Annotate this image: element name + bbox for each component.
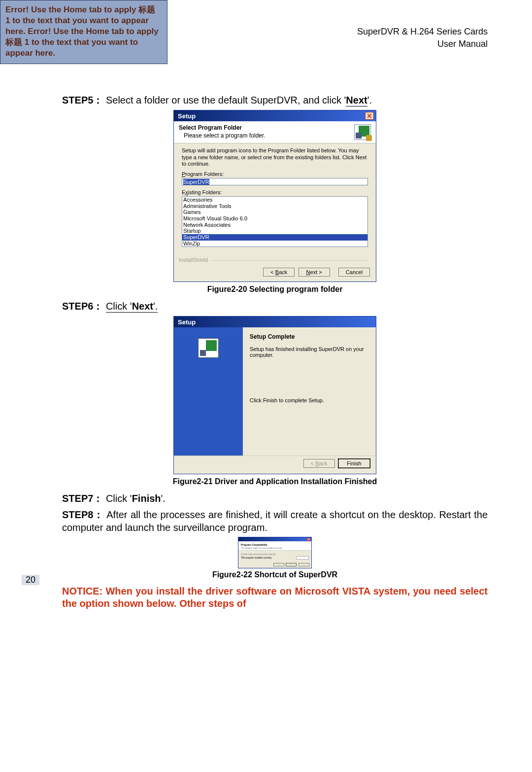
step7-finish: Finish bbox=[132, 493, 161, 504]
setup-folder-dialog: Setup ✕ Select Program Folder Please sel… bbox=[173, 110, 376, 282]
dialog2-title: Setup bbox=[178, 318, 196, 326]
list-item[interactable]: WinZip bbox=[182, 241, 367, 247]
step8-text: After all the processes are finished, it… bbox=[62, 509, 488, 533]
next-button[interactable]: Next > bbox=[299, 268, 330, 277]
step8-label: STEP8： bbox=[62, 509, 104, 520]
dialog1-header-sub: Please select a program folder. bbox=[179, 132, 265, 139]
dialog1-instruction: Setup will add program icons to the Prog… bbox=[182, 147, 368, 167]
dialog3-btn3[interactable]: ··· bbox=[299, 563, 309, 566]
step6-line: STEP6： Click 'Next'. bbox=[62, 300, 488, 313]
dialog3-sub: This program might not have installed co… bbox=[241, 547, 309, 549]
list-item-selected[interactable]: SuperDVR bbox=[182, 234, 367, 241]
dialog2-sidebar bbox=[174, 327, 243, 456]
dialog3-title: Program Compatibility bbox=[241, 543, 309, 546]
setup-complete-header: Setup Complete bbox=[250, 333, 369, 340]
error-callout-text: Error! Use the Home tab to apply 标题 1 to… bbox=[5, 4, 162, 59]
step5-text-before: Select a folder or use the default Super… bbox=[106, 95, 346, 105]
dialog3-select[interactable] bbox=[296, 556, 309, 560]
list-item[interactable]: Startup bbox=[182, 228, 367, 234]
doc-header: SuperDVR & H.264 Series Cards User Manua… bbox=[167, 0, 532, 64]
step7-label: STEP7： bbox=[62, 493, 103, 504]
product-line-1: SuperDVR & H.264 Series Cards bbox=[167, 27, 488, 37]
dialog3-option1: Install using recommended settings bbox=[241, 553, 309, 556]
page-number: 20 bbox=[22, 575, 39, 585]
dialog3-btn2[interactable]: ··· bbox=[286, 563, 297, 566]
list-item[interactable]: Accessories bbox=[182, 197, 367, 203]
dialog3-titlebar: ✕ bbox=[238, 537, 311, 541]
figure-caption-21: Figure2-21 Driver and Application Instal… bbox=[62, 477, 488, 486]
dialog2-button-row: < Back Finish bbox=[174, 456, 376, 474]
dialog3-option2: This program installed correctly bbox=[241, 557, 272, 559]
installer-icon bbox=[354, 124, 371, 140]
list-item[interactable]: Games bbox=[182, 209, 367, 215]
step5-next: Next bbox=[346, 95, 367, 105]
step7-text-after: '. bbox=[161, 493, 166, 504]
close-icon[interactable]: ✕ bbox=[307, 538, 310, 541]
shortcut-dialog: ✕ Program Compatibility This program mig… bbox=[238, 537, 312, 568]
step5-text-after: '. bbox=[367, 95, 372, 105]
existing-folders-label: Existing Folders: bbox=[182, 189, 368, 195]
existing-folders-list[interactable]: Accessories Administrative Tools Games M… bbox=[182, 196, 368, 247]
program-folders-label: PProgram Folders:rogram Folders: bbox=[182, 171, 368, 177]
dialog1-button-row: < Back Next > Cancel bbox=[174, 266, 376, 281]
dialog1-title: Setup bbox=[178, 112, 196, 120]
dialog3-btn1[interactable]: ··· bbox=[273, 563, 284, 566]
step5-label: STEP5： bbox=[62, 95, 103, 105]
close-icon[interactable]: ✕ bbox=[365, 112, 374, 120]
list-item[interactable]: Network Associates bbox=[182, 222, 367, 228]
dialog1-header: Select Program Folder Please select a pr… bbox=[174, 121, 376, 143]
product-line-2: User Manual bbox=[167, 39, 488, 49]
program-folder-input[interactable]: SuperDVR bbox=[182, 178, 368, 185]
installshield-label: InstallShield bbox=[174, 257, 376, 263]
notice-text: NOTICE: When you install the driver soft… bbox=[62, 585, 488, 610]
step7-line: STEP7： Click 'Finish'. bbox=[62, 492, 488, 505]
back-button-disabled: < Back bbox=[303, 459, 335, 468]
list-item[interactable]: Microsoft Visual Studio 6.0 bbox=[182, 215, 367, 222]
step6-text-after: '. bbox=[153, 301, 158, 312]
back-button[interactable]: < Back bbox=[263, 268, 295, 277]
setup-complete-p1: Setup has finished installing SuperDVR o… bbox=[250, 346, 369, 358]
step6-label: STEP6： bbox=[62, 301, 103, 312]
step6-next: Next bbox=[132, 301, 153, 312]
step5-line: STEP5： Select a folder or use the defaul… bbox=[62, 94, 488, 107]
step8-line: STEP8： After all the processes are finis… bbox=[62, 508, 488, 534]
setup-complete-dialog: Setup Setup Complete Setup has finished … bbox=[173, 316, 376, 474]
figure-caption-20: Figure2-20 Selecting program folder bbox=[62, 285, 488, 294]
cancel-button[interactable]: Cancel bbox=[338, 268, 370, 277]
installer-icon bbox=[198, 338, 219, 358]
list-item[interactable]: Administrative Tools bbox=[182, 203, 367, 210]
figure-caption-22: Figure2-22 Shortcut of SuperDVR bbox=[62, 570, 488, 579]
dialog1-header-title: Select Program Folder bbox=[179, 124, 265, 131]
step7-text-before: Click ' bbox=[106, 493, 132, 504]
dialog1-titlebar: Setup ✕ bbox=[174, 110, 376, 121]
dialog2-titlebar: Setup bbox=[174, 316, 376, 327]
finish-button[interactable]: Finish bbox=[338, 459, 370, 468]
step6-text-before: Click ' bbox=[106, 301, 132, 312]
error-callout: Error! Use the Home tab to apply 标题 1 to… bbox=[0, 0, 167, 64]
setup-complete-p2: Click Finish to complete Setup. bbox=[250, 397, 369, 403]
